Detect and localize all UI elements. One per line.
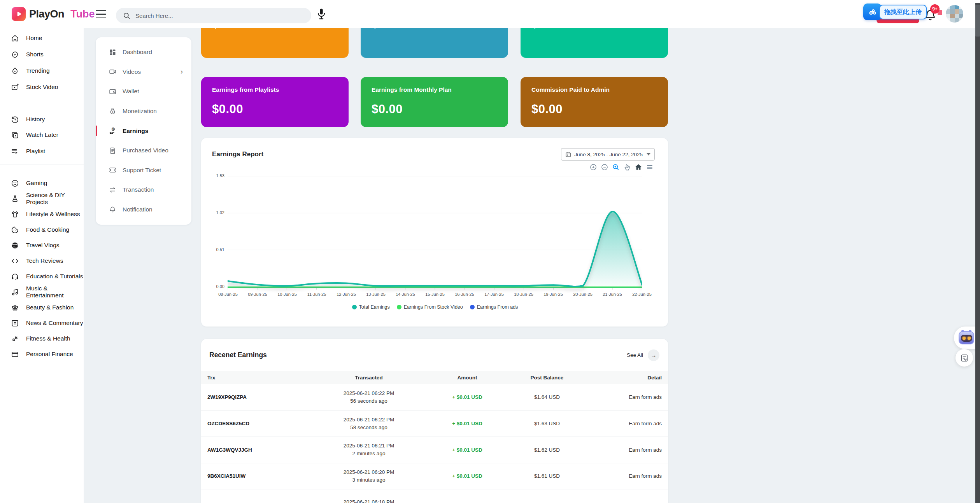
amount: + $0.01 USD bbox=[429, 421, 505, 426]
menu-item-support-ticket[interactable]: Support Ticket bbox=[96, 161, 191, 180]
playlist-icon bbox=[11, 147, 19, 156]
x-axis-tick-label: 18-Jun-25 bbox=[509, 292, 538, 297]
sidebar-item-history[interactable]: History bbox=[0, 112, 84, 127]
sidebar-item-label: History bbox=[26, 116, 45, 123]
sidebar-item-education[interactable]: Education & Tutorials bbox=[0, 269, 84, 284]
sidebar-item-food-cooking[interactable]: Food & Cooking bbox=[0, 222, 84, 238]
reset-zoom-home-icon[interactable] bbox=[634, 163, 643, 171]
chart-menu-icon[interactable] bbox=[645, 163, 654, 171]
sidebar-item-home[interactable]: Home bbox=[0, 30, 84, 46]
sidebar-item-personal-finance[interactable]: Personal Finance bbox=[0, 346, 84, 362]
user-avatar[interactable] bbox=[946, 5, 963, 23]
hamburger-menu-icon[interactable] bbox=[96, 10, 106, 18]
sidebar-divider bbox=[0, 164, 84, 164]
sidebar-item-science-diy[interactable]: Science & DIY Projects bbox=[0, 191, 84, 206]
legend-item[interactable]: Earnings From ads bbox=[470, 304, 518, 310]
menu-item-transaction[interactable]: Transaction bbox=[96, 180, 191, 200]
sidebar-item-label: Tech Reviews bbox=[26, 257, 63, 264]
sidebar-item-shorts[interactable]: Shorts bbox=[0, 47, 84, 62]
y-axis-tick-label: 1.53 bbox=[205, 173, 224, 178]
sidebar-item-tech-reviews[interactable]: Tech Reviews bbox=[0, 253, 84, 269]
code-icon bbox=[11, 257, 19, 265]
table-header-row: Trx Transacted Amount Post Balance Detai… bbox=[201, 371, 668, 384]
menu-item-notification[interactable]: Notification bbox=[96, 200, 191, 220]
y-axis-labels: 1.531.020.510.00 bbox=[204, 173, 224, 294]
sidebar-divider bbox=[0, 104, 84, 104]
videos-icon bbox=[109, 68, 117, 76]
legend-item[interactable]: Total Earnings bbox=[352, 304, 390, 310]
date-range-picker[interactable]: June 8, 2025 - June 22, 2025 bbox=[561, 148, 655, 161]
sidebar-item-label: Gaming bbox=[26, 180, 47, 187]
history-icon bbox=[11, 115, 19, 124]
menu-item-earnings[interactable]: $ Earnings bbox=[96, 121, 191, 141]
menu-item-label: Notification bbox=[123, 206, 153, 213]
ticket-icon bbox=[109, 166, 117, 174]
logo-text-tube: Tube bbox=[70, 8, 95, 20]
cookie-icon bbox=[11, 225, 19, 234]
selection-zoom-icon[interactable] bbox=[612, 163, 620, 171]
legend-item[interactable]: Earnings From Stock Video bbox=[397, 304, 463, 310]
sidebar-item-trending[interactable]: Trending bbox=[0, 63, 84, 79]
sidebar-item-label: Beauty & Fashion bbox=[26, 304, 74, 311]
sidebar-item-label: Stock Video bbox=[26, 84, 58, 91]
panning-icon[interactable] bbox=[623, 163, 631, 171]
legend-marker bbox=[470, 305, 475, 309]
chart-toolbar bbox=[589, 163, 654, 171]
search-bar[interactable] bbox=[116, 8, 311, 23]
menu-item-dashboard[interactable]: Dashboard bbox=[96, 42, 191, 62]
earnings-line-chart[interactable] bbox=[228, 173, 642, 294]
checklist-icon bbox=[960, 353, 969, 363]
sidebar-item-travel-vlogs[interactable]: Travel Vlogs bbox=[0, 238, 84, 253]
stat-value: $0.00 bbox=[372, 102, 497, 116]
stat-value: $0.00 bbox=[531, 102, 657, 116]
trx-id: 9B6XCIA51UIW bbox=[207, 473, 309, 479]
menu-item-wallet[interactable]: Wallet bbox=[96, 82, 191, 101]
sidebar-item-beauty-fashion[interactable]: Beauty & Fashion bbox=[0, 300, 84, 315]
zoom-in-icon[interactable] bbox=[589, 163, 598, 171]
zoom-out-icon[interactable] bbox=[600, 163, 609, 171]
voice-search-mic-icon[interactable] bbox=[316, 8, 327, 20]
sidebar-item-label: Food & Cooking bbox=[26, 226, 69, 233]
legend-label: Total Earnings bbox=[359, 304, 390, 310]
x-axis-labels: 08-Jun-2509-Jun-2510-Jun-2511-Jun-2512-J… bbox=[213, 292, 657, 297]
menu-item-label: Earnings bbox=[123, 127, 148, 134]
transacted-date: 2025-06-21 06:18 PM bbox=[309, 498, 429, 503]
logo-text-play: PlayOn bbox=[29, 8, 64, 20]
x-axis-tick-label: 17-Jun-25 bbox=[479, 292, 509, 297]
arrow-right-icon: → bbox=[648, 349, 659, 361]
svg-text:$: $ bbox=[113, 151, 115, 154]
x-axis-tick-label: 22-Jun-25 bbox=[627, 292, 657, 297]
sidebar-item-label: Watch Later bbox=[26, 131, 58, 138]
menu-item-purchased-video[interactable]: $ Purchased Video bbox=[96, 141, 191, 161]
search-input[interactable] bbox=[135, 12, 291, 19]
sidebar-item-news[interactable]: News & Commentary bbox=[0, 315, 84, 331]
table-title: Recenet Earnings bbox=[209, 351, 267, 359]
netdisk-drag-upload-overlay[interactable]: 拖拽至此上传 bbox=[863, 3, 927, 20]
page-scrollbar-thumb[interactable] bbox=[975, 5, 980, 37]
sidebar-item-watch-later[interactable]: Watch Later bbox=[0, 127, 84, 143]
sidebar-item-label: Science & DIY Projects bbox=[26, 192, 84, 206]
chart-legend: Total EarningsEarnings From Stock VideoE… bbox=[228, 304, 642, 310]
date-range-value: June 8, 2025 - June 22, 2025 bbox=[574, 152, 643, 157]
news-icon bbox=[11, 319, 19, 328]
menu-item-monetization[interactable]: $ Monetization bbox=[96, 101, 191, 121]
post-balance: $1.61 USD bbox=[505, 473, 589, 479]
x-axis-tick-label: 19-Jun-25 bbox=[538, 292, 568, 297]
sidebar-item-stock-video[interactable]: Stock Video bbox=[0, 79, 84, 95]
sidebar-item-lifestyle[interactable]: Lifestyle & Wellness bbox=[0, 206, 84, 222]
playon-tube-logo[interactable]: PlayOnTube bbox=[12, 7, 95, 21]
detail: Earn form ads bbox=[589, 394, 662, 400]
sidebar-item-fitness[interactable]: Fitness & Health bbox=[0, 331, 84, 346]
notes-checklist-button[interactable] bbox=[955, 349, 973, 367]
y-axis-tick-label: 0.51 bbox=[205, 247, 224, 252]
music-note-icon bbox=[11, 288, 19, 297]
sidebar-item-playlist[interactable]: Playlist bbox=[0, 143, 84, 159]
sidebar-item-music[interactable]: Music & Entertainment bbox=[0, 284, 84, 300]
sidebar-item-gaming[interactable]: Gaming bbox=[0, 175, 84, 191]
see-all-label: See All bbox=[627, 352, 643, 358]
stat-title: Earnings from Monthly Plan bbox=[372, 86, 497, 93]
page-scrollbar-track[interactable] bbox=[975, 3, 980, 503]
menu-item-videos[interactable]: Videos › bbox=[96, 62, 191, 82]
see-all-button[interactable]: See All → bbox=[627, 349, 659, 361]
x-axis-tick-label: 15-Jun-25 bbox=[420, 292, 450, 297]
